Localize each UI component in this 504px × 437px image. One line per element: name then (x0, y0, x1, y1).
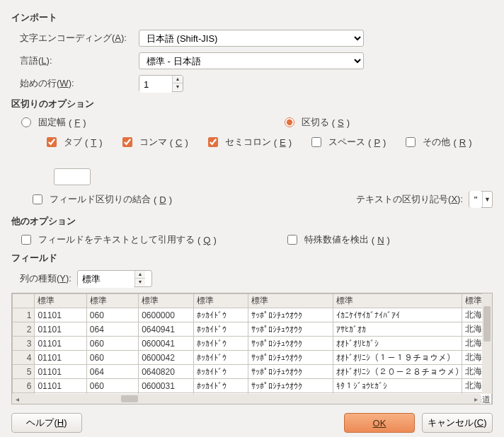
text-delim-label: テキストの区切り記号(X): (356, 193, 463, 206)
cell: ｵｵﾄﾞｵﾘﾆｼ（１－１９チョウメ） (333, 351, 462, 365)
text-delimiter-input[interactable] (469, 191, 482, 208)
comma-checkbox[interactable]: コンマ(C) (122, 136, 188, 148)
quoted-as-text-checkbox[interactable]: フィールドをテキストとして引用する(Q) (21, 233, 217, 246)
table-row[interactable]: 4011010600600042ﾎｯｶｲﾄﾞｳｻｯﾎﾟﾛｼﾁｭｳｵｳｸｵｵﾄﾞｵ… (13, 351, 492, 365)
column-header[interactable]: 標準 (193, 294, 248, 308)
fixed-width-radio[interactable]: 固定幅(F) (21, 116, 86, 129)
cancel-button[interactable]: キャンセル(C) (422, 413, 493, 433)
semicolon-checkbox[interactable]: セミコロン(E) (208, 136, 292, 148)
scroll-left-icon[interactable]: ◂ (12, 395, 22, 403)
cell: 01101 (35, 308, 86, 322)
row-number: 3 (13, 337, 35, 351)
column-type-combo[interactable]: ▲ ▼ (77, 270, 152, 287)
column-header[interactable]: 標準 (86, 294, 138, 308)
table-row[interactable]: 6011010600600031ﾎｯｶｲﾄﾞｳｻｯﾎﾟﾛｼﾁｭｳｵｳｸｷﾀ１ｼﾞ… (13, 379, 492, 393)
cell: ｱｻﾋｶﾞｵｶ (333, 322, 462, 337)
table-row[interactable]: 1011010600600000ﾎｯｶｲﾄﾞｳｻｯﾎﾟﾛｼﾁｭｳｵｳｸｲｶﾆｹｲ… (13, 308, 492, 322)
cell: ｻｯﾎﾟﾛｼﾁｭｳｵｳｸ (248, 379, 333, 393)
ok-button[interactable]: OK (344, 413, 415, 433)
cell: ｲｶﾆｹｲｻｲｶﾞﾅｲﾊﾞｱｲ (333, 308, 462, 322)
encoding-label: 文字エンコーディング(A): (20, 32, 133, 45)
column-header[interactable]: 標準 (139, 294, 194, 308)
space-checkbox[interactable]: スペース(P) (311, 136, 386, 148)
cell: ﾎｯｶｲﾄﾞｳ (193, 308, 248, 322)
column-header[interactable]: 標準 (248, 294, 333, 308)
row-number: 6 (13, 379, 35, 393)
start-row-input[interactable] (139, 76, 172, 93)
chevron-down-icon[interactable]: ▼ (135, 279, 145, 286)
section-import: インポート (11, 11, 493, 24)
scroll-right-icon[interactable]: ▸ (471, 395, 481, 403)
preview-table[interactable]: 標準 標準 標準 標準 標準 標準 標準 1011010600600000ﾎｯｶ… (12, 293, 492, 404)
cell: 0600000 (139, 308, 194, 322)
column-header[interactable]: 標準 (35, 294, 86, 308)
start-row-spinner[interactable]: ▲ ▼ (139, 75, 183, 92)
cell: 01101 (35, 351, 86, 365)
section-fields: フィールド (11, 252, 493, 264)
chevron-up-icon[interactable]: ▲ (173, 76, 183, 83)
cell: 01101 (35, 322, 86, 337)
text-delimiter-combo[interactable]: ▼ (469, 191, 493, 208)
chevron-up-icon[interactable]: ▲ (135, 271, 145, 279)
cell: ﾎｯｶｲﾄﾞｳ (193, 365, 248, 379)
cell: 01101 (35, 365, 86, 379)
column-header[interactable]: 標準 (333, 294, 462, 308)
cell: 060 (86, 351, 138, 365)
table-row[interactable]: 5011010640640820ﾎｯｶｲﾄﾞｳｻｯﾎﾟﾛｼﾁｭｳｵｳｸｵｵﾄﾞｵ… (13, 365, 492, 379)
cell: 01101 (35, 337, 86, 351)
cell: 0600042 (139, 351, 194, 365)
cell: 0640941 (139, 322, 194, 337)
cell: 0600031 (139, 379, 194, 393)
horizontal-scrollbar[interactable]: ◂ ▸ (12, 394, 481, 404)
table-row[interactable]: 2011010640640941ﾎｯｶｲﾄﾞｳｻｯﾎﾟﾛｼﾁｭｳｵｳｸｱｻﾋｶﾞ… (13, 322, 492, 337)
cell: 060 (86, 337, 138, 351)
encoding-select[interactable]: 日本語 (Shift-JIS) (139, 30, 364, 47)
preview-table-wrap: 標準 標準 標準 標準 標準 標準 標準 1011010600600000ﾎｯｶ… (11, 293, 493, 404)
cell: ｻｯﾎﾟﾛｼﾁｭｳｵｳｸ (248, 351, 333, 365)
cell: ﾎｯｶｲﾄﾞｳ (193, 379, 248, 393)
column-type-label: 列の種類(Y): (20, 272, 71, 285)
cell: ｵｵﾄﾞｵﾘﾆｼ（２０－２８チョウメ） (333, 365, 462, 379)
cell: ｵｵﾄﾞｵﾘﾋｶﾞｼ (333, 337, 462, 351)
cell: 064 (86, 365, 138, 379)
cell: 0600041 (139, 337, 194, 351)
tab-checkbox[interactable]: タブ(T) (47, 136, 103, 148)
chevron-down-icon[interactable]: ▼ (173, 83, 183, 91)
chevron-down-icon[interactable]: ▼ (482, 192, 492, 207)
merge-checkbox[interactable]: フィールド区切りの結合(D) (33, 193, 172, 206)
vertical-scrollbar[interactable] (482, 293, 492, 394)
section-separator: 区切りのオプション (11, 98, 493, 110)
start-row-label: 始めの行(W): (20, 77, 133, 90)
section-other: 他のオプション (11, 215, 493, 228)
table-row[interactable]: 3011010600600041ﾎｯｶｲﾄﾞｳｻｯﾎﾟﾛｼﾁｭｳｵｳｸｵｵﾄﾞｵ… (13, 337, 492, 351)
other-checkbox[interactable]: その他(R) (406, 136, 471, 148)
cell: ﾎｯｶｲﾄﾞｳ (193, 351, 248, 365)
other-separator-input[interactable] (54, 168, 91, 185)
cell: ｻｯﾎﾟﾛｼﾁｭｳｵｳｸ (248, 308, 333, 322)
cell: ｻｯﾎﾟﾛｼﾁｭｳｵｳｸ (248, 365, 333, 379)
cell: 064 (86, 322, 138, 337)
cell: ﾎｯｶｲﾄﾞｳ (193, 322, 248, 337)
cell: ｷﾀ１ｼﾞｮｳﾋｶﾞｼ (333, 379, 462, 393)
language-select[interactable]: 標準 - 日本語 (139, 52, 364, 69)
cell: 060 (86, 308, 138, 322)
cell: ｻｯﾎﾟﾛｼﾁｭｳｵｳｸ (248, 337, 333, 351)
column-type-input[interactable] (78, 271, 134, 288)
cell: ｻｯﾎﾟﾛｼﾁｭｳｵｳｸ (248, 322, 333, 337)
cell: 060 (86, 379, 138, 393)
row-number: 4 (13, 351, 35, 365)
cell: 01101 (35, 379, 86, 393)
help-button[interactable]: ヘルプ(H) (11, 413, 82, 433)
cell: ﾎｯｶｲﾄﾞｳ (193, 337, 248, 351)
row-number: 5 (13, 365, 35, 379)
row-number: 1 (13, 308, 35, 322)
cell: 0640820 (139, 365, 194, 379)
separated-radio[interactable]: 区切る(S) (285, 116, 350, 129)
row-number: 2 (13, 322, 35, 337)
detect-special-checkbox[interactable]: 特殊数値を検出(N) (287, 233, 390, 246)
language-label: 言語(L): (20, 54, 133, 67)
preview-header-row: 標準 標準 標準 標準 標準 標準 標準 (13, 294, 492, 308)
